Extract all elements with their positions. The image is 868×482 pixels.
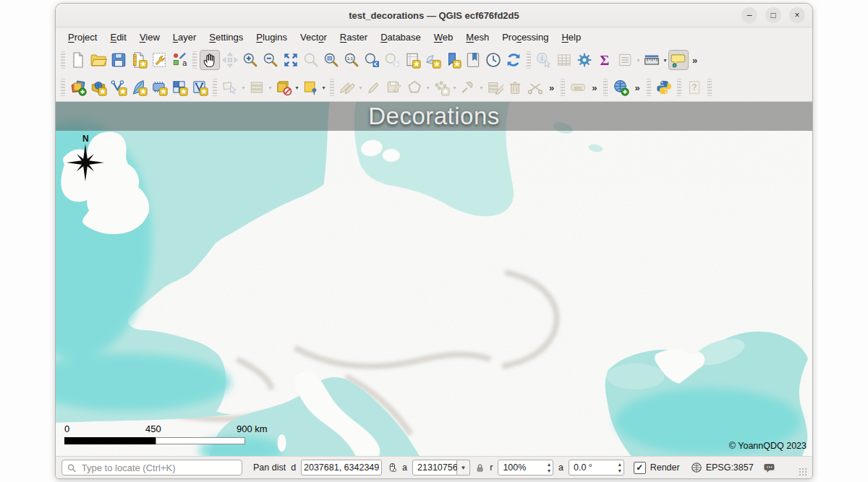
statistics-panel-button[interactable]: Σ bbox=[595, 50, 615, 70]
toolbar-handle[interactable] bbox=[647, 79, 651, 96]
toggle-editing-button[interactable] bbox=[364, 77, 384, 98]
zoom-to-selection-button[interactable] bbox=[301, 50, 321, 70]
scale-box[interactable]: 21310756 bbox=[412, 460, 457, 475]
menu-edit[interactable]: Edit bbox=[103, 30, 132, 45]
zoom-next-button[interactable] bbox=[382, 50, 402, 70]
menu-raster[interactable]: Raster bbox=[333, 30, 374, 45]
menu-plugins[interactable]: Plugins bbox=[250, 30, 294, 45]
new-shapefile-layer-button[interactable] bbox=[300, 77, 320, 98]
toolbar-handle[interactable] bbox=[213, 79, 217, 96]
toolbar-overflow-button[interactable]: » bbox=[545, 82, 558, 93]
zoom-in-button[interactable] bbox=[240, 50, 260, 70]
add-data-source-button[interactable] bbox=[88, 77, 109, 98]
locator-input[interactable] bbox=[80, 462, 237, 474]
add-point-cloud-layer-button[interactable] bbox=[190, 77, 210, 98]
toolbar-handle[interactable] bbox=[603, 79, 608, 96]
attribute-actions-button[interactable] bbox=[615, 50, 635, 70]
menu-vector[interactable]: Vector bbox=[294, 30, 333, 45]
deselect-features-dropdown-caret[interactable]: ▾ bbox=[267, 85, 273, 91]
cut-features-button[interactable] bbox=[525, 77, 545, 98]
menu-mesh[interactable]: Mesh bbox=[459, 30, 495, 45]
select-features-button[interactable] bbox=[220, 77, 240, 98]
style-manager-button[interactable]: a bbox=[169, 50, 190, 70]
current-edits-dropdown-caret[interactable]: ▾ bbox=[357, 85, 364, 91]
processing-toolbox-button[interactable] bbox=[574, 50, 595, 70]
toolbar-handle[interactable] bbox=[677, 79, 681, 96]
toolbar-handle[interactable] bbox=[330, 79, 334, 96]
new-map-view-button[interactable] bbox=[402, 50, 422, 70]
current-edits-button[interactable] bbox=[337, 77, 357, 98]
menu-settings[interactable]: Settings bbox=[203, 30, 250, 45]
identify-features-button[interactable]: i bbox=[534, 50, 554, 70]
toolbar-overflow-button[interactable]: » bbox=[588, 82, 600, 93]
toolbar-overflow-button[interactable]: » bbox=[631, 82, 643, 93]
measure-button[interactable] bbox=[642, 50, 662, 70]
zoom-full-button[interactable] bbox=[281, 50, 301, 70]
toolbar-handle[interactable] bbox=[561, 79, 565, 96]
data-source-manager-button[interactable] bbox=[68, 77, 88, 98]
rotation-spinbox[interactable]: 0.0 ° ▴▾ bbox=[569, 460, 624, 475]
open-project-button[interactable] bbox=[88, 50, 109, 70]
menu-database[interactable]: Database bbox=[374, 30, 427, 45]
menu-view[interactable]: View bbox=[133, 30, 166, 45]
add-feature-button[interactable] bbox=[404, 77, 425, 98]
resize-grip[interactable] bbox=[799, 468, 807, 477]
zoom-native-button[interactable]: 1:1 bbox=[341, 50, 362, 70]
show-layout-manager-button[interactable] bbox=[149, 50, 169, 70]
new-layer-dropdown-caret[interactable]: ▾ bbox=[294, 85, 300, 91]
menu-processing[interactable]: Processing bbox=[495, 30, 555, 45]
attribute-actions-dropdown-caret[interactable]: ▾ bbox=[635, 57, 642, 64]
toolbar-overflow-button[interactable]: » bbox=[689, 55, 701, 66]
select-features-dropdown-caret[interactable]: ▾ bbox=[240, 85, 247, 91]
menu-layer[interactable]: Layer bbox=[166, 30, 203, 45]
menu-project[interactable]: Project bbox=[61, 30, 103, 45]
temporal-controller-button[interactable] bbox=[483, 50, 503, 70]
delete-selected-button[interactable] bbox=[505, 77, 525, 98]
spin-arrows[interactable]: ▴▾ bbox=[548, 461, 550, 474]
add-vector-layer-button[interactable] bbox=[109, 77, 129, 98]
lock-scale-icon[interactable] bbox=[475, 462, 485, 474]
add-raster-layer-button[interactable] bbox=[169, 77, 190, 98]
toolbar-handle[interactable] bbox=[527, 51, 531, 69]
new-shapefile-layer-dropdown-caret[interactable]: ▾ bbox=[320, 85, 327, 91]
help-contents-button[interactable]: ? bbox=[684, 77, 705, 98]
coordinate-box[interactable]: 2037681, 6342349 bbox=[301, 460, 382, 475]
menu-web[interactable]: Web bbox=[427, 30, 460, 45]
metasearch-button[interactable] bbox=[610, 77, 631, 98]
toolbar-handle[interactable] bbox=[61, 51, 65, 69]
vertex-tool-button[interactable] bbox=[431, 77, 451, 98]
refresh-button[interactable] bbox=[503, 50, 524, 70]
add-mesh-layer-button[interactable] bbox=[149, 77, 169, 98]
measure-dropdown-caret[interactable]: ▾ bbox=[662, 57, 668, 64]
locator-search[interactable] bbox=[61, 460, 242, 475]
add-feature-dropdown-caret[interactable]: ▾ bbox=[425, 85, 431, 91]
new-print-layout-button[interactable] bbox=[129, 50, 149, 70]
render-checkbox[interactable]: ✓ bbox=[634, 462, 646, 474]
pan-map-button[interactable] bbox=[200, 50, 220, 70]
zoom-last-button[interactable] bbox=[362, 50, 382, 70]
map-canvas[interactable]: Decorations N 0 450 900 km bbox=[56, 101, 812, 456]
map-tips-button[interactable] bbox=[668, 50, 689, 70]
show-spatial-bookmarks-button[interactable] bbox=[463, 50, 483, 70]
scale-dropdown-button[interactable]: ▼ bbox=[457, 460, 470, 475]
modify-attributes-button[interactable] bbox=[458, 77, 478, 98]
toolbar-handle[interactable] bbox=[61, 79, 65, 96]
modify-attributes-dropdown-caret[interactable]: ▾ bbox=[478, 85, 485, 91]
save-project-button[interactable] bbox=[109, 50, 129, 70]
python-console-button[interactable] bbox=[654, 77, 674, 98]
minimize-button[interactable]: – bbox=[741, 7, 757, 23]
maximize-button[interactable]: □ bbox=[765, 7, 781, 23]
pan-to-selection-button[interactable] bbox=[220, 50, 240, 70]
magnifier-spinbox[interactable]: 100% ▴▾ bbox=[498, 460, 553, 475]
mouse-position-icon[interactable] bbox=[387, 461, 397, 474]
zoom-out-button[interactable] bbox=[260, 50, 281, 70]
title-bar[interactable]: test_decorations — QGIS ecf676fd2d5 – □ … bbox=[56, 4, 812, 27]
zoom-to-layer-button[interactable] bbox=[321, 50, 341, 70]
merge-features-button[interactable] bbox=[485, 77, 505, 98]
messages-icon[interactable] bbox=[764, 462, 775, 474]
new-layer-button[interactable] bbox=[273, 77, 294, 98]
save-edits-button[interactable] bbox=[384, 77, 404, 98]
vertex-tool-dropdown-caret[interactable]: ▾ bbox=[451, 85, 458, 91]
toolbar-handle[interactable] bbox=[192, 51, 197, 69]
new-3d-map-view-button[interactable] bbox=[422, 50, 443, 70]
